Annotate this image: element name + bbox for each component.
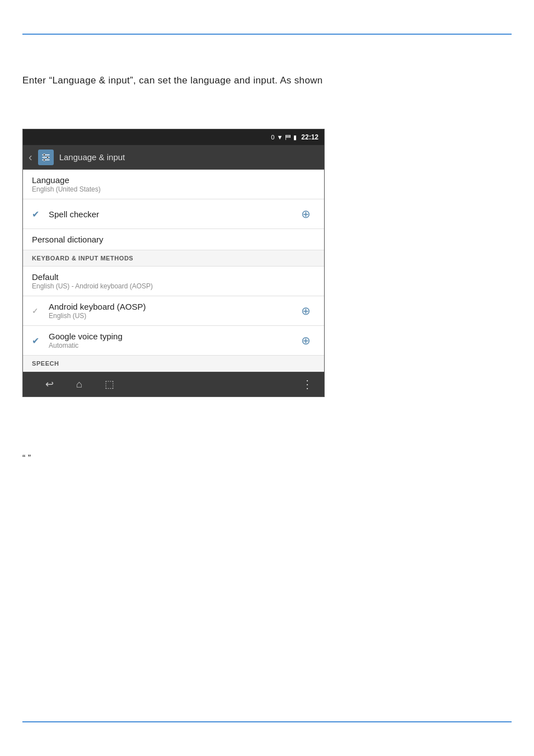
status-icon-signal: ▼ [277, 134, 283, 141]
svg-point-5 [43, 158, 45, 161]
status-bar: 0 ▼ ⛿ ▮ 22:12 [23, 129, 324, 145]
keyboard-section-header: KEYBOARD & INPUT METHODS [23, 250, 324, 267]
default-title: Default [32, 272, 315, 282]
svg-point-3 [43, 153, 45, 156]
android-keyboard-title: Android keyboard (AOSP) [49, 302, 297, 311]
android-keyboard-action[interactable]: ⊕ [297, 302, 315, 320]
google-voice-subtitle: Automatic [49, 342, 297, 349]
google-voice-content: Google voice typing Automatic [49, 332, 297, 349]
bottom-caption: “ ” [22, 454, 31, 464]
android-keyboard-content: Android keyboard (AOSP) English (US) [49, 302, 297, 320]
top-divider [22, 34, 512, 35]
app-icon [38, 150, 54, 165]
settings-list: Language English (United States) ✔ Spell… [23, 170, 324, 372]
home-nav-icon: ⌂ [76, 379, 82, 390]
spell-checker-item[interactable]: ✔ Spell checker ⊕ [23, 199, 324, 229]
spell-checker-content: Spell checker [49, 209, 297, 219]
personal-dict-item[interactable]: Personal dictionary [23, 229, 324, 250]
google-voice-checkmark: ✔ [32, 335, 43, 346]
language-subtitle: English (United States) [32, 185, 315, 193]
back-button[interactable]: ‹ [29, 151, 32, 164]
bottom-divider [22, 721, 512, 722]
android-keyboard-item[interactable]: ✓ Android keyboard (AOSP) English (US) ⊕ [23, 296, 324, 326]
recent-nav-icon: ⬚ [105, 379, 114, 390]
spell-checker-title: Spell checker [49, 209, 297, 219]
screen-title: Language & input [59, 152, 318, 162]
android-keyboard-settings-icon: ⊕ [301, 305, 311, 317]
status-icon-battery: ▮ [293, 134, 297, 141]
spell-checker-settings-icon: ⊕ [301, 208, 311, 220]
android-keyboard-subtitle: English (US) [49, 312, 297, 320]
default-subtitle: English (US) - Android keyboard (AOSP) [32, 282, 315, 290]
status-icon-info: 0 [271, 134, 274, 141]
settings-icon-svg [41, 152, 51, 162]
spell-checker-action[interactable]: ⊕ [297, 205, 315, 223]
default-item[interactable]: Default English (US) - Android keyboard … [23, 267, 324, 296]
phone-screenshot: 0 ▼ ⛿ ▮ 22:12 ‹ Language & input [22, 129, 325, 397]
google-voice-title: Google voice typing [49, 332, 297, 341]
android-keyboard-checkmark-empty: ✓ [32, 306, 43, 315]
spell-checker-checkmark: ✔ [32, 209, 43, 220]
intro-text: Enter “Language & input”, can set the la… [22, 73, 512, 88]
nav-more-icon: ⋮ [302, 378, 313, 390]
back-icon: ‹ [29, 151, 32, 164]
language-title: Language [32, 175, 315, 185]
speech-section-header: SPEECH [23, 356, 324, 372]
nav-more-button[interactable]: ⋮ [302, 377, 313, 391]
back-nav-icon: ↩ [45, 379, 54, 390]
status-icon-wifi: ⛿ [285, 134, 291, 141]
app-title-bar: ‹ Language & input [23, 145, 324, 170]
personal-dict-title: Personal dictionary [32, 235, 315, 244]
personal-dict-content: Personal dictionary [32, 235, 315, 244]
svg-point-4 [46, 156, 49, 158]
recent-nav-button[interactable]: ⬚ [93, 375, 125, 394]
back-nav-button[interactable]: ↩ [34, 375, 65, 394]
google-voice-action[interactable]: ⊕ [297, 332, 315, 349]
google-voice-settings-icon: ⊕ [301, 334, 311, 347]
open-quote: “ [22, 454, 25, 463]
default-content: Default English (US) - Android keyboard … [32, 272, 315, 290]
language-item[interactable]: Language English (United States) [23, 170, 324, 199]
home-nav-button[interactable]: ⌂ [65, 375, 93, 394]
close-quote: ” [28, 454, 31, 463]
status-icons: 0 ▼ ⛿ ▮ [271, 134, 297, 141]
status-time: 22:12 [301, 133, 318, 141]
language-item-content: Language English (United States) [32, 175, 315, 193]
nav-bar: ↩ ⌂ ⬚ ⋮ [23, 372, 324, 396]
google-voice-item[interactable]: ✔ Google voice typing Automatic ⊕ [23, 326, 324, 356]
